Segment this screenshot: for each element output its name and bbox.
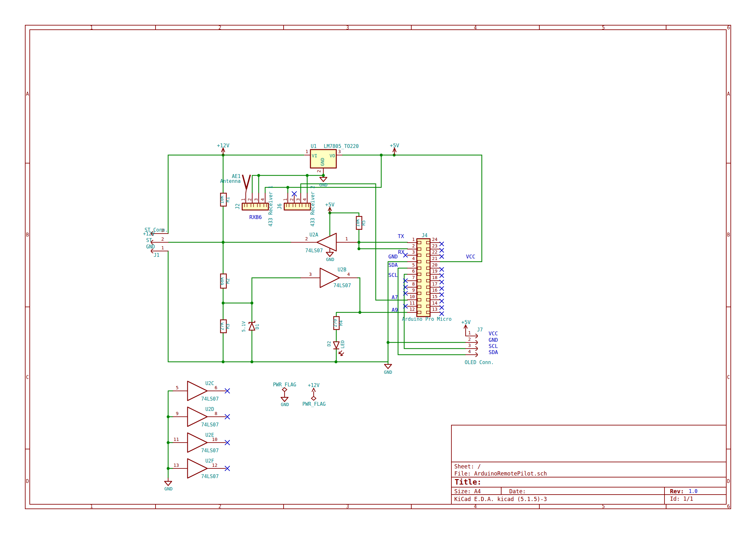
net-label-tx[interactable]: TX: [398, 233, 404, 240]
net-label-vcc[interactable]: VCC: [466, 254, 475, 260]
frame-row-label: D: [727, 478, 730, 484]
buffer-u2c[interactable]: U2C 74LS07 5 6: [173, 381, 230, 402]
j2-pin-number: 4: [260, 198, 265, 201]
gnd-symbol-u1[interactable]: GND: [319, 177, 327, 187]
u2c-pin-number: 6: [215, 385, 217, 390]
j6-pin-number: 3: [296, 198, 301, 201]
power-5v-main[interactable]: +5V: [390, 142, 399, 155]
j4-pin-number: 16: [432, 288, 438, 293]
j6-pin-number: 4: [302, 198, 307, 201]
connector-j7[interactable]: 1 2 3 4 VCC GND SCL SDA J7 OLED Conn.: [465, 327, 498, 365]
j2-pin-number: 3: [254, 198, 259, 201]
antenna-ae1[interactable]: AE1 Antenna: [220, 173, 250, 193]
buffer-u2a[interactable]: U2A 74LS07 2 1: [291, 232, 357, 254]
j4-pin-number: 2: [412, 243, 415, 248]
buffer-u2e[interactable]: U2E 74LS07 11 10: [173, 432, 230, 454]
u2b-ref: U2B: [338, 267, 346, 273]
gnd-symbol-u2a[interactable]: GND: [326, 248, 334, 262]
led-d2[interactable]: D2 LED: [326, 340, 345, 356]
net-label-sda[interactable]: SDA: [388, 262, 398, 268]
net-label-rx[interactable]: RX: [398, 249, 405, 255]
no-connect-icon: [440, 274, 444, 277]
r5-ref: R5: [361, 220, 366, 226]
resistor-r5[interactable]: 10K R5: [355, 216, 366, 229]
u2b-pin-number: 4: [347, 272, 350, 277]
j7-pin-number: 3: [468, 343, 471, 348]
u2c-ref: U2C: [205, 381, 214, 386]
connector-j2[interactable]: 1 2 3 4 J2 RXB6 433 Receiver 1: [235, 186, 274, 226]
frame-col-label: 6: [727, 25, 730, 31]
net-label-scl[interactable]: SCL: [388, 272, 398, 278]
regulator-u1[interactable]: U1 LM7805_TO220 VI VO GND 1 3 2: [305, 143, 359, 173]
resistor-r1[interactable]: 10K R1: [219, 193, 230, 206]
power-label: +12V: [308, 383, 319, 388]
j4-pin-number: 13: [432, 307, 438, 312]
power-5v-u2a[interactable]: +5V: [325, 202, 335, 213]
j7-pin-number: 4: [468, 349, 471, 354]
resistor-r4[interactable]: 270 R4: [333, 317, 343, 329]
buffer-u2f[interactable]: U2F 74LS07 13 12: [173, 458, 230, 479]
u2a-ref: U2A: [310, 232, 318, 238]
j7-label-scl: SCL: [489, 343, 498, 349]
net-label-gnd[interactable]: GND: [388, 254, 398, 260]
net-label-a9[interactable]: A9: [392, 307, 398, 313]
u2d-value: 74LS07: [201, 422, 219, 428]
u1-pin-number: 3: [338, 149, 341, 154]
power-12v-main[interactable]: +12V: [217, 142, 230, 155]
resistor-r3[interactable]: 27K R3: [219, 320, 230, 333]
j1-pin-number: 1: [161, 245, 164, 250]
frame-row-label: D: [26, 478, 29, 484]
buffer-u2d[interactable]: U2D 74LS07 9 8: [173, 406, 230, 428]
j2-ref: J2: [235, 204, 241, 209]
no-connect-icon: [440, 293, 444, 296]
j4-pin-number: 12: [409, 307, 415, 312]
j7-label-sda: SDA: [489, 349, 498, 355]
j4-pin-number: 3: [412, 249, 415, 255]
connector-j1[interactable]: 3 2 1 ST Conn. +12V ST GND J1: [143, 227, 168, 258]
j4-desc: Arduino Pro Micro: [402, 316, 452, 322]
u2a-pin-number: 2: [305, 236, 308, 241]
d1-value: 5.1V: [241, 321, 246, 332]
title-block-id: Id: 1/1: [670, 496, 693, 502]
gnd-symbol-center[interactable]: GND: [384, 365, 392, 375]
no-connect-icon: [440, 306, 444, 310]
j4-pin-number: 15: [432, 294, 438, 299]
no-connect-icon: [440, 287, 444, 291]
net-label-a7[interactable]: A7: [392, 294, 398, 300]
u2c-pin-number: 5: [176, 385, 178, 390]
title-block-file: File: ArduinoRemotePilot.sch: [454, 470, 547, 477]
connector-j4[interactable]: 124223322421520619718817916101511141213 …: [402, 233, 452, 322]
j6-pin-number: 2: [289, 198, 294, 201]
u1-pin-gnd: GND: [320, 158, 325, 166]
j4-pin-number: 18: [432, 275, 438, 280]
j4-pin-number: 20: [432, 262, 438, 267]
j7-pin-number: 2: [468, 337, 471, 342]
j1-pin3-label: +12V: [143, 231, 154, 237]
resistor-r2[interactable]: 68K R2: [219, 274, 230, 288]
j1-pin-number: 2: [161, 237, 164, 242]
title-block: Sheet: / File: ArduinoRemotePilot.sch Ti…: [451, 425, 726, 504]
d1-ref: D1: [255, 324, 260, 329]
j7-desc: OLED Conn.: [465, 360, 494, 365]
ae1-value: Antenna: [220, 178, 241, 184]
frame-row-label: C: [26, 374, 29, 380]
frame-row-label: B: [26, 232, 29, 238]
frame-col-label: 6: [727, 504, 730, 509]
title-block-title-label: Title:: [455, 478, 481, 486]
r4-ref: R4: [338, 320, 343, 326]
buffer-u2b[interactable]: U2B 74LS07 3 4: [301, 267, 357, 289]
pwr-flag-12v[interactable]: +12V PWR_FLAG: [302, 383, 326, 407]
no-connect-icon: [440, 299, 444, 303]
connector-j6[interactable]: 1 2 3 4 J6 433 Receiver 2: [277, 186, 315, 226]
zener-d1[interactable]: 5.1V D1: [241, 321, 260, 332]
j4-pin-number: 21: [432, 256, 438, 261]
j2-value: RXB6: [249, 214, 262, 220]
u1-ref: U1: [311, 143, 316, 149]
gnd-symbol-buffers[interactable]: GND: [164, 478, 172, 491]
title-block-generator: KiCad E.D.A. kicad (5.1.5)-3: [454, 496, 547, 502]
j4-pin-number: 22: [432, 249, 438, 255]
j4-pin-number: 17: [432, 281, 438, 287]
d2-ref: D2: [326, 341, 332, 347]
pwr-flag-gnd[interactable]: PWR_FLAG GND: [273, 382, 296, 407]
gnd-label: GND: [384, 369, 392, 375]
